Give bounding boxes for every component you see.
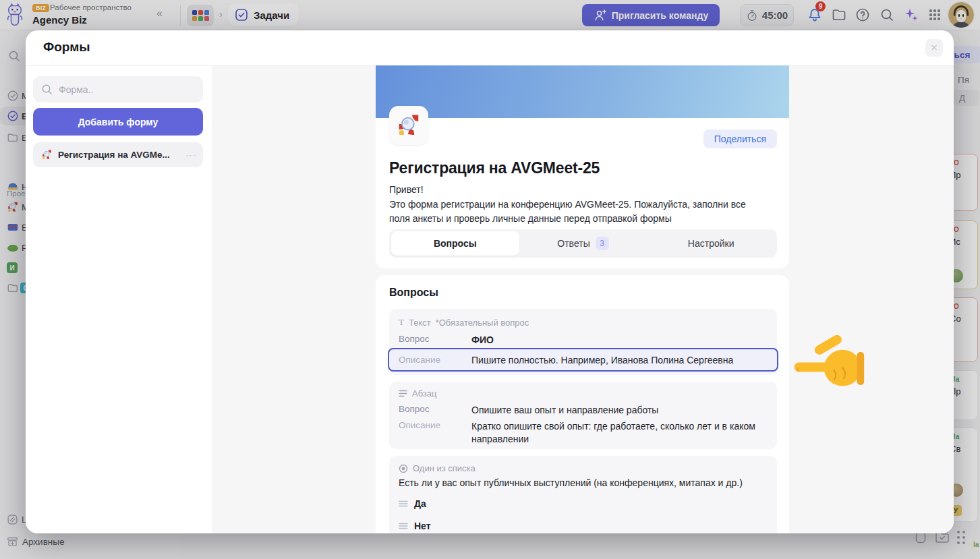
paragraph-icon	[399, 390, 407, 397]
rocket-icon	[396, 113, 422, 138]
option-label: Нет	[414, 521, 431, 531]
description-label: Описание	[399, 355, 471, 365]
questions-card: Вопросы Т Текст *Обязательный вопрос Воп…	[376, 275, 789, 533]
question-value: Есть ли у вас опыт публичных выступлений…	[399, 477, 743, 488]
tab-label: Вопросы	[434, 238, 477, 249]
form-greeting: Привет!	[389, 183, 761, 198]
form-description-text: Это форма регистрации на конференцию AVG…	[389, 198, 761, 227]
question-value: Опишите ваш опыт и направление работы	[471, 404, 768, 417]
question-type-label: Абзац	[412, 388, 436, 399]
question-type-header: Т Текст *Обязательный вопрос	[399, 317, 529, 328]
close-icon[interactable]: ×	[925, 39, 943, 57]
option-row[interactable]: Да	[399, 498, 426, 509]
share-form-button[interactable]: Поделиться	[703, 129, 777, 148]
question-block-single-choice[interactable]: Один из списка Есть ли у вас опыт публич…	[389, 456, 777, 533]
answers-count-badge: 3	[596, 237, 609, 250]
option-label: Да	[414, 498, 426, 509]
description-label: Описание	[399, 420, 471, 446]
drag-handle-icon[interactable]	[399, 500, 408, 507]
question-type-label: Один из списка	[413, 463, 475, 473]
forms-modal: Формы × Добавить форму Регистрация на AV…	[26, 30, 954, 533]
add-form-button[interactable]: Добавить форму	[33, 108, 203, 136]
question-row: Вопрос Опишите ваш опыт и направление ра…	[399, 404, 768, 417]
question-value: ФИО	[471, 334, 768, 347]
screen: BIZ Рабочее пространство Agency Biz « › …	[0, 0, 980, 559]
form-description: Привет! Это форма регистрации на конфере…	[389, 183, 761, 227]
form-tabs: Вопросы Ответы 3 Настройки	[389, 229, 777, 258]
description-row-highlighted[interactable]: Описание Пишите полностью. Например, Ива…	[388, 348, 778, 372]
description-value: Пишите полностью. Например, Иванова Поли…	[471, 355, 733, 365]
tab-label: Ответы	[557, 238, 589, 249]
question-label: Вопрос	[399, 334, 471, 347]
tab-answers[interactable]: Ответы 3	[519, 231, 647, 256]
form-search-field[interactable]	[33, 76, 203, 102]
tab-label: Настройки	[688, 238, 734, 249]
description-row: Описание Кратко опишите свой опыт: где р…	[399, 420, 768, 446]
tab-questions[interactable]: Вопросы	[391, 231, 519, 256]
forms-list-panel: Добавить форму Регистрация на AVGMe... ·…	[26, 66, 212, 533]
form-search-input[interactable]	[59, 76, 197, 102]
more-menu-icon[interactable]: ···	[185, 150, 196, 160]
modal-title: Формы	[43, 40, 90, 55]
text-type-icon: Т	[399, 317, 404, 328]
search-icon	[40, 83, 53, 96]
pointing-hand-emoji	[793, 332, 865, 396]
drag-handle-icon[interactable]	[399, 523, 408, 529]
form-header-card: Поделиться Регистрация на AVGMeet-25 При…	[376, 65, 789, 268]
option-row[interactable]: Нет	[399, 521, 431, 531]
rocket-icon	[41, 149, 53, 160]
question-block-paragraph[interactable]: Абзац Вопрос Опишите ваш опыт и направле…	[389, 382, 777, 449]
question-type-header: Абзац	[399, 388, 436, 399]
form-title: Регистрация на AVGMeet-25	[389, 159, 600, 177]
question-block-text[interactable]: Т Текст *Обязательный вопрос Вопрос ФИО …	[389, 309, 777, 375]
radio-icon	[399, 464, 408, 473]
tab-settings[interactable]: Настройки	[647, 231, 775, 256]
form-cover-banner	[376, 65, 789, 118]
question-row: Вопрос ФИО	[399, 334, 768, 347]
form-icon-tile[interactable]	[389, 106, 428, 145]
question-label: Вопрос	[399, 404, 471, 417]
question-type-label: Текст	[409, 318, 431, 328]
questions-section-title: Вопросы	[389, 287, 438, 299]
form-list-item[interactable]: Регистрация на AVGMe... ···	[33, 142, 203, 167]
form-list-item-label: Регистрация на AVGMe...	[58, 150, 170, 160]
question-type-header: Один из списка	[399, 463, 475, 473]
required-label: *Обязательный вопрос	[436, 318, 529, 328]
description-value: Кратко опишите свой опыт: где работаете,…	[471, 420, 768, 446]
